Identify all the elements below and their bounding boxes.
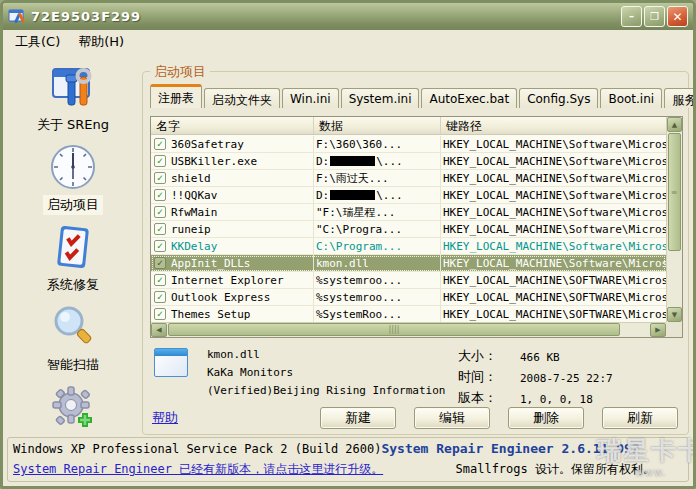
file-window-icon [154,348,188,377]
credits-text: Smallfrogs 设计。保留所有权利。 [456,461,683,478]
entry-name: RfwMain [171,206,217,219]
tab-7[interactable]: 服务 [664,88,696,108]
entry-data: "C:\Progra... [314,221,441,237]
redaction-box [330,156,375,166]
time-label: 时间： [458,367,520,388]
vertical-scroll-thumb[interactable]: ≡ [668,133,681,251]
horizontal-scroll-thumb[interactable]: |||| [168,323,620,336]
entry-name: shield [171,172,211,185]
sidebar-item-startup[interactable]: 启动项目 [43,143,103,215]
sidebar-item-scan[interactable]: 智能扫描 [43,303,103,375]
entry-keypath: HKEY_LOCAL_MACHINE\Software\Microsof... [441,136,666,152]
button-row: 帮助 新建 编辑 删除 刷新 [152,406,678,429]
table-row[interactable]: ✓USBKiller.exeD:\...HKEY_LOCAL_MACHINE\S… [151,153,666,170]
vertical-scrollbar[interactable]: ▲ ≡ ▼ [666,117,682,322]
table-row[interactable]: ✓shieldF:\雨过天...HKEY_LOCAL_MACHINE\Softw… [151,170,666,187]
entry-name: USBKiller.exe [171,155,257,168]
close-button[interactable]: ✕ [667,6,688,27]
row-checkbox[interactable]: ✓ [154,155,166,167]
delete-button[interactable]: 删除 [508,407,584,429]
new-button[interactable]: 新建 [320,407,396,429]
app-icon [8,9,26,25]
column-header-data[interactable]: 数据 [314,117,441,134]
tab-0[interactable]: 注册表 [150,84,202,108]
update-link[interactable]: System Repair Engineer 已经有新版本，请点击这里进行升级。 [13,461,383,478]
entry-keypath: HKEY_LOCAL_MACHINE\Software\Microsof... [441,255,666,271]
row-checkbox[interactable]: ✓ [154,189,166,201]
tab-4[interactable]: AutoExec.bat [421,88,517,108]
menu-help[interactable]: 帮助(H) [69,32,133,52]
checklist-icon [49,223,97,271]
row-checkbox[interactable]: ✓ [154,138,166,150]
maximize-button[interactable]: ❐ [644,6,665,27]
column-header-keypath[interactable]: 键路径 [441,117,666,134]
entry-keypath: HKEY_LOCAL_MACHINE\Software\Microsof... [441,170,666,186]
scroll-down-icon[interactable]: ▼ [667,307,682,322]
tab-3[interactable]: System.ini [341,88,420,108]
status-bar: Windows XP Professional Service Pack 2 (… [7,437,689,482]
scroll-right-icon[interactable]: ▶ [650,323,666,337]
row-checkbox[interactable]: ✓ [154,223,166,235]
row-checkbox[interactable]: ✓ [154,172,166,184]
row-checkbox[interactable]: ✓ [154,274,166,286]
sidebar-item-label: 启动项目 [43,195,103,215]
table-row[interactable]: ✓KKDelayC:\Program...HKEY_LOCAL_MACHINE\… [151,238,666,255]
table-row[interactable]: ✓AppInit_DLLskmon.dllHKEY_LOCAL_MACHINE\… [151,255,666,272]
help-link[interactable]: 帮助 [152,409,178,427]
entry-name: !!QQKav [171,189,217,202]
detail-product: KaKa Monitors [207,364,445,382]
time-value: 2008-7-25 22:7 [520,367,613,388]
menu-bar: 工具(C) 帮助(H) [6,32,690,52]
app-version-text: System Repair Engineer 2.6.11.992 [381,441,693,456]
window-title: 72E9503F299 [31,9,141,24]
table-row[interactable]: ✓360SafetrayF:\360\360...HKEY_LOCAL_MACH… [151,136,666,153]
sidebar-item-about[interactable]: 关于 SREng [33,63,113,135]
menu-tools[interactable]: 工具(C) [6,32,69,52]
scrollbar-corner [666,322,682,337]
size-label: 大小： [458,346,520,367]
entry-keypath: HKEY_LOCAL_MACHINE\Software\Microsof... [441,221,666,237]
title-bar[interactable]: 72E9503F299 – ❐ ✕ [3,3,693,30]
scroll-left-icon[interactable]: ◀ [151,323,167,337]
app-window: 72E9503F299 – ❐ ✕ 工具(C) 帮助(H) 关于 S [0,0,696,489]
redaction-box [330,190,375,200]
scroll-track[interactable] [621,323,650,337]
tab-5[interactable]: Config.Sys [519,88,598,108]
table-row[interactable]: ✓Internet Explorer%systemroo...HKEY_LOCA… [151,272,666,289]
tab-bar: 注册表启动文件夹Win.iniSystem.iniAutoExec.batCon… [150,85,684,108]
magnifier-icon [49,303,97,351]
table-row[interactable]: ✓!!QQKavD:\...HKEY_LOCAL_MACHINE\Softwar… [151,187,666,204]
entry-name: Outlook Express [171,291,270,304]
column-header-name[interactable]: 名字 [151,117,314,134]
table-row[interactable]: ✓Themes Setup%SystemRoo...HKEY_LOCAL_MAC… [151,306,666,322]
tab-1[interactable]: 启动文件夹 [204,88,280,108]
tab-2[interactable]: Win.ini [282,88,339,108]
entry-keypath: HKEY_LOCAL_MACHINE\Software\Microsof... [441,238,666,254]
entry-keypath: HKEY_LOCAL_MACHINE\SOFTWARE\Microsof... [441,306,666,322]
entry-data: %SystemRoo... [314,306,441,322]
table-row[interactable]: ✓RfwMain"F:\瑞星程...HKEY_LOCAL_MACHINE\Sof… [151,204,666,221]
horizontal-scrollbar[interactable]: ◀ |||| ▶ [151,322,666,337]
groupbox-title: 启动项目 [150,63,210,81]
edit-button[interactable]: 编辑 [414,407,490,429]
refresh-button[interactable]: 刷新 [602,407,678,429]
scroll-up-icon[interactable]: ▲ [667,117,682,132]
entry-data: D:\... [314,187,441,203]
entry-data: D:\... [314,153,441,169]
row-checkbox[interactable]: ✓ [154,206,166,218]
clock-icon [49,143,97,191]
table-row[interactable]: ✓Outlook Express%systemroo...HKEY_LOCAL_… [151,289,666,306]
minimize-button[interactable]: – [621,6,642,27]
sidebar-item-label: 系统修复 [43,275,103,295]
entry-name: runeip [171,223,211,236]
row-checkbox[interactable]: ✓ [154,291,166,303]
detail-file-name: kmon.dll [207,346,445,364]
row-checkbox[interactable]: ✓ [154,240,166,252]
table-row[interactable]: ✓runeip"C:\Progra...HKEY_LOCAL_MACHINE\S… [151,221,666,238]
tab-6[interactable]: Boot.ini [600,88,662,108]
details-panel: kmon.dll KaKa Monitors (Verified)Beijing… [150,344,682,406]
row-checkbox[interactable]: ✓ [154,257,166,269]
row-checkbox[interactable]: ✓ [154,308,166,320]
entry-name: AppInit_DLLs [171,257,250,270]
sidebar-item-repair[interactable]: 系统修复 [43,223,103,295]
